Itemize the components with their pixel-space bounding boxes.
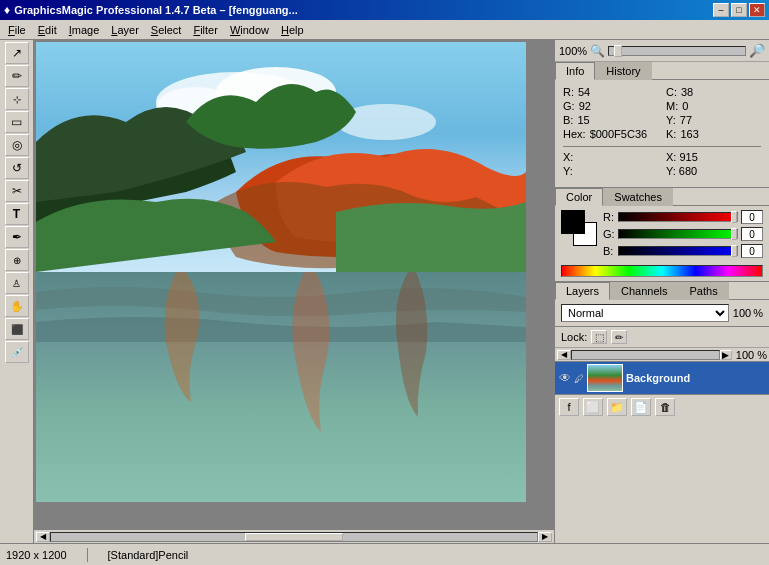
m-value: 0 [682, 100, 688, 112]
zoom-slider[interactable] [608, 46, 746, 56]
menu-filter[interactable]: Filter [187, 21, 223, 39]
canvas-image[interactable] [36, 42, 526, 502]
foreground-color-swatch[interactable] [561, 210, 585, 234]
lock-pixels-button[interactable]: ✏ [611, 330, 627, 344]
horizontal-scrollbar-thumb[interactable] [245, 533, 342, 541]
tool-pencil[interactable]: ✏ [5, 65, 29, 87]
y-label: Y: [666, 114, 676, 126]
delete-layer-button[interactable]: 🗑 [655, 398, 675, 416]
horizontal-scrollbar-track[interactable] [50, 532, 538, 542]
layers-bottom-bar: f ⬜ 📁 📄 🗑 [555, 394, 769, 419]
color-g-value[interactable]: 0 [741, 227, 763, 241]
tool-text[interactable]: T [5, 203, 29, 225]
layer-visibility-icon[interactable]: 👁 [559, 371, 571, 385]
right-panel: 100% 🔍 🔎 Info History R: 54 [554, 40, 769, 543]
layer-row-background[interactable]: 👁 🖊 Background [555, 362, 769, 394]
layers-scroll-left[interactable]: ◀ [557, 350, 571, 360]
color-r-value[interactable]: 0 [741, 210, 763, 224]
layers-lock-row: Lock: ⬚ ✏ [555, 327, 769, 348]
tab-swatches[interactable]: Swatches [603, 188, 673, 206]
color-r-slider[interactable] [618, 212, 738, 222]
tool-eyedrop[interactable]: 💉 [5, 341, 29, 363]
info-tab-header: Info History [555, 62, 769, 80]
hex-label: Hex: [563, 128, 586, 140]
menu-window[interactable]: Window [224, 21, 275, 39]
tool-rubber[interactable]: ♙ [5, 272, 29, 294]
color-b-slider[interactable] [618, 246, 738, 256]
tab-history[interactable]: History [595, 62, 651, 80]
tab-color[interactable]: Color [555, 188, 603, 206]
toolbar: ↗ ✏ ⊹ ▭ ◎ ↺ ✂ T ✒ ⊕ ♙ ✋ ⬛ 💉 [0, 40, 34, 543]
color-b-label: B: [603, 245, 615, 257]
tool-fill[interactable]: ⬛ [5, 318, 29, 340]
layer-thumbnail [587, 364, 623, 392]
opacity-percent: % [753, 307, 763, 319]
menu-layer[interactable]: Layer [105, 21, 145, 39]
tab-channels[interactable]: Channels [610, 282, 678, 300]
blend-mode-select[interactable]: Normal [561, 304, 729, 322]
new-group-button[interactable]: 📁 [607, 398, 627, 416]
y2-label: Y: [563, 165, 573, 177]
zoom-slider-thumb[interactable] [614, 45, 622, 57]
layer-thumbnail-image [588, 365, 622, 391]
c-label: C: [666, 86, 677, 98]
zoom-bar: 100% 🔍 🔎 [555, 40, 769, 62]
tool-arrow[interactable]: ↗ [5, 42, 29, 64]
layers-scroll-right[interactable]: ▶ [720, 350, 732, 360]
tool-select-rect[interactable]: ▭ [5, 111, 29, 133]
layers-scroll-track[interactable] [571, 350, 720, 360]
tool-pen[interactable]: ✒ [5, 226, 29, 248]
layer-name-label: Background [626, 372, 765, 384]
menu-file[interactable]: File [2, 21, 32, 39]
color-panel: R: 0 G: 0 [555, 206, 769, 281]
menu-select[interactable]: Select [145, 21, 188, 39]
add-style-button[interactable]: f [559, 398, 579, 416]
layers-scroll: ◀ ▶ 100 % [555, 348, 769, 362]
menu-image[interactable]: Image [63, 21, 106, 39]
tab-layers[interactable]: Layers [555, 282, 610, 300]
k-label: K: [666, 128, 676, 140]
color-spectrum[interactable] [561, 265, 763, 277]
tab-paths[interactable]: Paths [679, 282, 729, 300]
zoom-label: 100% [559, 45, 587, 57]
canvas-svg [36, 42, 526, 502]
color-g-slider[interactable] [618, 229, 738, 239]
tool-rotate[interactable]: ↺ [5, 157, 29, 179]
minimize-button[interactable]: – [713, 3, 729, 17]
tool-ellipse[interactable]: ◎ [5, 134, 29, 156]
add-mask-button[interactable]: ⬜ [583, 398, 603, 416]
b-label: B: [563, 114, 573, 126]
b-value: 15 [577, 114, 589, 126]
menu-edit[interactable]: Edit [32, 21, 63, 39]
layers-opacity-display: 100 % [736, 349, 767, 361]
y2-value: Y: 680 [666, 165, 697, 177]
tab-info[interactable]: Info [555, 62, 595, 80]
maximize-button[interactable]: □ [731, 3, 747, 17]
x-value: X: 915 [666, 151, 698, 163]
color-tab-header: Color Swatches [555, 188, 769, 206]
g-label: G: [563, 100, 575, 112]
tool-lasso[interactable]: ⊹ [5, 88, 29, 110]
canvas-container[interactable] [36, 42, 552, 527]
layers-panel: Layers Channels Paths Normal 100 % Lock:… [555, 282, 769, 543]
close-button[interactable]: ✕ [749, 3, 765, 17]
layer-edit-icon[interactable]: 🖊 [574, 373, 584, 384]
tool-hand[interactable]: ✋ [5, 295, 29, 317]
fg-bg-color-box[interactable] [561, 210, 597, 246]
app-icon: ♦ [4, 3, 10, 17]
new-layer-button[interactable]: 📄 [631, 398, 651, 416]
color-b-value[interactable]: 0 [741, 244, 763, 258]
zoom-out-icon[interactable]: 🔍 [590, 44, 605, 58]
window-title: GraphicsMagic Professional 1.4.7 Beta – … [14, 4, 298, 16]
zoom-in-icon[interactable]: 🔎 [749, 43, 765, 58]
color-r-label: R: [603, 211, 615, 223]
tool-crop[interactable]: ✂ [5, 180, 29, 202]
k-value: 163 [680, 128, 698, 140]
scroll-right-button[interactable]: ▶ [538, 532, 552, 542]
c-value: 38 [681, 86, 693, 98]
scroll-left-button[interactable]: ◀ [36, 532, 50, 542]
menu-help[interactable]: Help [275, 21, 310, 39]
canvas-area: ◀ ▶ [34, 40, 554, 543]
lock-transparency-button[interactable]: ⬚ [591, 330, 607, 344]
tool-zoom[interactable]: ⊕ [5, 249, 29, 271]
